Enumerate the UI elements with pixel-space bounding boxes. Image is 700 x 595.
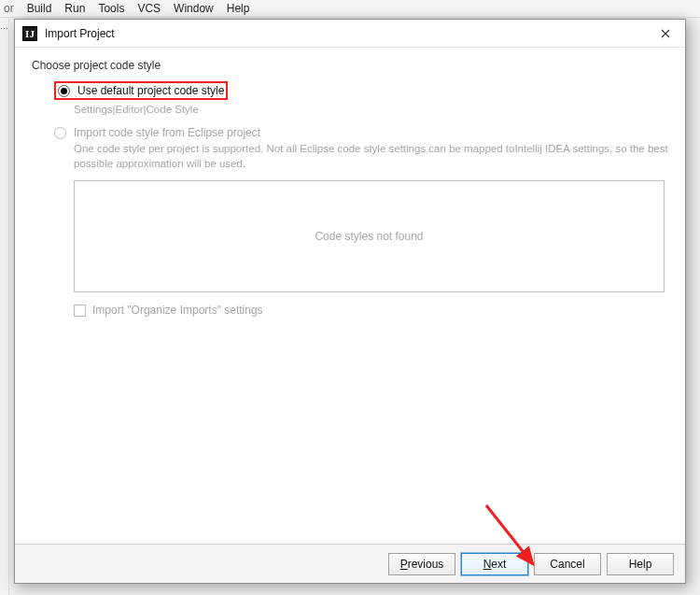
checkbox-organize-imports[interactable] xyxy=(74,305,86,317)
dialog-titlebar[interactable]: IJ Import Project xyxy=(15,20,685,48)
collapse-icon: … xyxy=(0,21,8,31)
menu-tools[interactable]: Tools xyxy=(91,0,131,17)
checkbox-organize-imports-label[interactable]: Import "Organize Imports" settings xyxy=(92,304,263,317)
radio-use-default[interactable] xyxy=(58,85,70,97)
menu-run[interactable]: Run xyxy=(58,0,91,17)
code-styles-listbox[interactable]: Code styles not found xyxy=(74,180,665,292)
listbox-placeholder: Code styles not found xyxy=(315,230,423,243)
option2-hint: One code style per project is supported.… xyxy=(74,141,668,171)
dialog-content: Choose project code style Use default pr… xyxy=(15,48,685,544)
radio-import-eclipse[interactable] xyxy=(54,127,66,139)
next-button[interactable]: Next xyxy=(461,553,528,575)
intellij-icon: IJ xyxy=(22,26,37,41)
option1-hint: Settings|Editor|Code Style xyxy=(74,102,668,117)
ide-menubar: or Build Run Tools VCS Window Help xyxy=(0,0,700,18)
close-button[interactable] xyxy=(653,23,678,44)
help-button[interactable]: Help xyxy=(607,553,674,575)
menu-help[interactable]: Help xyxy=(220,0,257,17)
menubar-prefix: or xyxy=(4,0,21,17)
menu-window[interactable]: Window xyxy=(167,0,220,17)
menu-build[interactable]: Build xyxy=(21,0,59,17)
cancel-button[interactable]: Cancel xyxy=(534,553,601,575)
previous-button[interactable]: Previous xyxy=(388,553,455,575)
radio-use-default-label[interactable]: Use default project code style xyxy=(77,84,224,97)
import-project-dialog: IJ Import Project Choose project code st… xyxy=(14,19,686,584)
dialog-title: Import Project xyxy=(45,27,653,40)
menu-vcs[interactable]: VCS xyxy=(131,0,167,17)
radio-import-eclipse-label[interactable]: Import code style from Eclipse project xyxy=(74,126,260,139)
dialog-buttonbar: Previous Next Cancel Help xyxy=(15,544,685,583)
ide-sidebar-gutter: … xyxy=(0,18,9,595)
page-heading: Choose project code style xyxy=(32,59,668,72)
annotation-highlight: Use default project code style xyxy=(54,81,228,100)
